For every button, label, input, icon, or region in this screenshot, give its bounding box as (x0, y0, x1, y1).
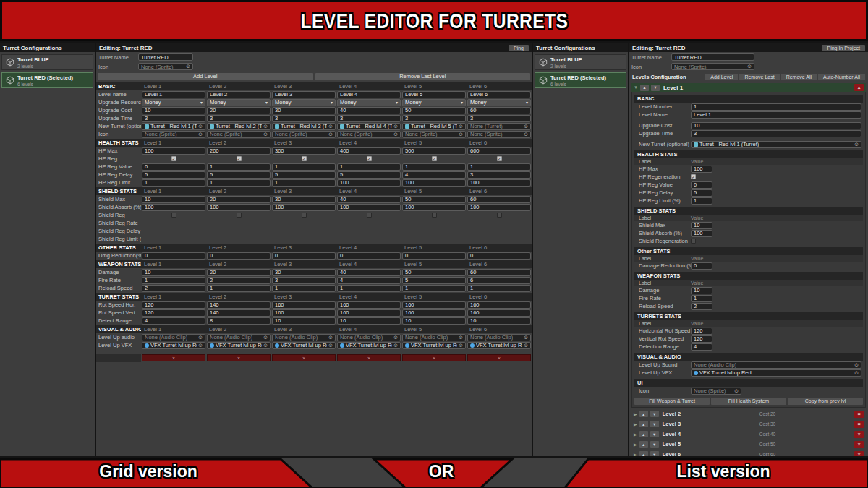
checkbox[interactable] (691, 239, 696, 244)
checkbox[interactable]: ✓ (497, 156, 502, 161)
object-picker-icon[interactable]: ⊙ (853, 142, 859, 147)
value-field[interactable]: 20 (207, 196, 271, 203)
object-picker-icon[interactable]: ⊙ (457, 343, 463, 348)
object-field[interactable]: Turret - Red lvl 5 (Turret)⊙ (402, 123, 466, 130)
checkbox[interactable] (302, 213, 307, 218)
dropdown-field[interactable]: Money▾ (467, 99, 531, 106)
collapsed-level-row[interactable]: ▶▲▼Level 6Cost 60× (629, 450, 868, 456)
object-picker-icon[interactable]: ⊙ (392, 124, 398, 129)
object-field[interactable]: VFX Turret lvl up Red⊙ (337, 342, 401, 349)
object-field[interactable]: VFX Turret lvl up Red⊙ (142, 342, 205, 349)
turret-config-item[interactable]: Turret RED (Selected)6 levels (1, 72, 93, 88)
checkbox[interactable]: ✓ (367, 156, 372, 161)
collapsed-level-row[interactable]: ▶▲▼Level 3Cost 30× (629, 420, 868, 428)
move-down-button[interactable]: ▼ (650, 441, 659, 448)
object-picker-icon[interactable]: ⊙ (327, 124, 333, 129)
value-field[interactable]: Level 5 (402, 91, 466, 98)
move-up-button[interactable]: ▲ (639, 441, 648, 448)
value-field[interactable]: 1 (272, 285, 336, 292)
value-field[interactable]: 2 (691, 303, 712, 310)
collapsed-level-row[interactable]: ▶▲▼Level 5Cost 50× (629, 440, 868, 448)
object-field[interactable]: None (Sprite)⊙ (142, 131, 205, 138)
value-field[interactable]: 0 (142, 163, 205, 171)
delete-level-button[interactable]: × (854, 421, 864, 428)
fill-button[interactable]: Copy from prev lvl (788, 398, 863, 405)
value-field[interactable]: 1 (337, 163, 401, 171)
delete-level-button[interactable]: × (272, 354, 336, 361)
object-field[interactable]: None (Sprite)⊙ (402, 131, 466, 138)
value-field[interactable]: 3 (691, 130, 861, 137)
value-field[interactable]: 1 (691, 295, 712, 302)
turret-config-item[interactable]: Turret BLUE2 levels (1, 54, 93, 70)
value-field[interactable]: 1 (467, 285, 531, 292)
checkbox[interactable] (237, 213, 242, 218)
value-field[interactable]: 160 (467, 309, 531, 317)
value-field[interactable]: 3 (272, 115, 336, 122)
checkbox[interactable]: ✓ (302, 156, 307, 161)
object-picker-icon[interactable]: ⊙ (197, 335, 203, 341)
value-field[interactable]: 3 (467, 171, 531, 179)
toolbar-button[interactable]: Add Level (705, 74, 738, 80)
move-up-button[interactable]: ▲ (639, 421, 648, 427)
object-picker-icon[interactable]: ⊙ (746, 64, 752, 69)
value-field[interactable]: 100 (691, 230, 712, 237)
value-field[interactable]: 3 (142, 115, 205, 122)
object-field[interactable]: VFX Turret lvl up Red⊙ (467, 342, 531, 349)
level-1-header[interactable]: ▼ ▲ ▼ Level 1 × (631, 83, 866, 92)
object-field[interactable]: Turret - Red lvl 4 (Turret)⊙ (337, 123, 401, 130)
value-field[interactable]: 2 (207, 277, 271, 284)
object-picker-icon[interactable]: ⊙ (262, 343, 268, 348)
delete-level-button[interactable]: × (854, 84, 864, 91)
object-field[interactable]: None (Sprite)⊙ (337, 131, 401, 138)
object-picker-icon[interactable]: ⊙ (197, 343, 203, 348)
add-level-button[interactable]: Add Level (98, 73, 313, 80)
value-field[interactable]: 100 (337, 179, 401, 187)
value-field[interactable]: 140 (207, 309, 271, 317)
object-picker-icon[interactable]: ⊙ (853, 370, 859, 376)
value-field[interactable]: 5 (691, 189, 712, 197)
object-picker-icon[interactable]: ⊙ (457, 124, 463, 129)
value-field[interactable]: 100 (207, 204, 271, 211)
value-field[interactable]: 5 (142, 171, 205, 179)
value-field[interactable]: 600 (467, 147, 531, 155)
delete-level-button[interactable]: × (854, 411, 864, 418)
value-field[interactable]: 300 (272, 147, 336, 155)
object-picker-icon[interactable]: ⊙ (327, 343, 333, 348)
expand-arrow-icon[interactable]: ▶ (634, 411, 637, 416)
remove-last-level-button[interactable]: Remove Last Level (315, 73, 531, 80)
value-field[interactable]: 40 (337, 269, 401, 276)
value-field[interactable]: 8 (207, 317, 271, 325)
object-field[interactable]: None (Sprite)⊙ (691, 388, 741, 395)
value-field[interactable]: 3 (337, 115, 401, 122)
value-field[interactable]: 20 (207, 269, 271, 276)
object-picker-icon[interactable]: ⊙ (197, 132, 203, 137)
object-picker-icon[interactable]: ⊙ (522, 343, 528, 348)
object-field[interactable]: VFX Turret lvl up Red⊙ (691, 369, 861, 377)
move-down-button[interactable]: ▼ (650, 451, 659, 456)
value-field[interactable]: 10 (142, 269, 205, 276)
turret-icon-field[interactable]: None (Sprite) ⊙ (671, 63, 754, 70)
value-field[interactable]: 1 (207, 179, 271, 187)
value-field[interactable]: Level 6 (467, 91, 531, 98)
expand-arrow-icon[interactable]: ▶ (634, 421, 637, 427)
value-field[interactable]: 6 (467, 277, 531, 284)
value-field[interactable]: 200 (207, 147, 271, 155)
value-field[interactable]: 5 (272, 171, 336, 179)
value-field[interactable]: 0 (142, 252, 205, 260)
object-picker-icon[interactable]: ⊙ (262, 132, 268, 137)
value-field[interactable]: 1 (207, 163, 271, 171)
value-field[interactable]: 10 (691, 222, 712, 229)
value-field[interactable]: 10 (337, 317, 401, 325)
expand-arrow-icon[interactable]: ▶ (634, 432, 637, 437)
value-field[interactable]: 10 (142, 107, 205, 114)
checkbox[interactable]: ✓ (237, 156, 242, 161)
object-field[interactable]: None (Turret)⊙ (467, 123, 531, 130)
value-field[interactable]: 5 (402, 277, 466, 284)
value-field[interactable]: 1 (272, 163, 336, 171)
value-field[interactable]: 0 (691, 181, 712, 189)
value-field[interactable]: 1 (691, 103, 861, 111)
checkbox[interactable]: ✓ (432, 156, 437, 161)
value-field[interactable]: 100 (337, 204, 401, 211)
value-field[interactable]: 10 (467, 317, 531, 325)
value-field[interactable]: 10 (691, 287, 712, 294)
